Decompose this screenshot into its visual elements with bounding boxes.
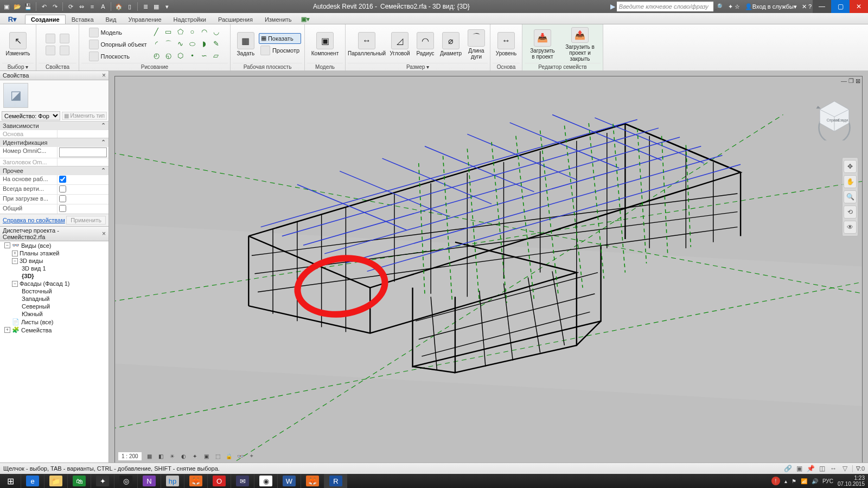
- point-icon[interactable]: •: [187, 51, 197, 61]
- close-views-icon[interactable]: ▦: [152, 2, 161, 11]
- close-icon[interactable]: ×: [102, 230, 106, 237]
- spline-icon[interactable]: ∿: [175, 39, 185, 49]
- temp-hide-icon[interactable]: 👓: [237, 452, 245, 460]
- expand-icon[interactable]: −: [12, 281, 18, 287]
- modify-button[interactable]: ↖Изменить: [2, 27, 34, 62]
- task-app2[interactable]: ◎: [114, 474, 137, 488]
- subscription-icon[interactable]: ✦: [728, 3, 733, 10]
- view-3d1[interactable]: 3D вид 1: [22, 265, 46, 272]
- open-icon[interactable]: 📂: [13, 2, 22, 11]
- task-firefox2[interactable]: 🦊: [301, 474, 324, 488]
- tab-create[interactable]: Создание: [25, 15, 66, 24]
- select-pinned-icon[interactable]: 📌: [807, 465, 815, 473]
- hostbased-checkbox[interactable]: [59, 176, 66, 183]
- ref-plane-button[interactable]: Плоскость: [87, 51, 149, 62]
- mdi-close-icon[interactable]: ⊠: [856, 78, 860, 85]
- measure-icon[interactable]: ⇔: [77, 2, 86, 11]
- scale-selector[interactable]: 1 : 200: [118, 452, 142, 461]
- edit-type-button[interactable]: ▦ Изменить тип: [62, 112, 107, 120]
- omniclass-input[interactable]: [59, 147, 107, 157]
- radial-dim-button[interactable]: ◠Радиус: [414, 27, 437, 62]
- views-all[interactable]: Виды (все): [21, 242, 52, 249]
- model-line-button[interactable]: Модель: [87, 27, 149, 38]
- search-icon[interactable]: 🔎: [715, 3, 723, 10]
- polygon-icon[interactable]: ⬡: [175, 51, 185, 61]
- volume-icon[interactable]: 🔊: [812, 478, 818, 484]
- pick-lines-icon[interactable]: ✎: [211, 39, 221, 49]
- arc-cse-icon[interactable]: ◜: [151, 39, 161, 49]
- task-opera[interactable]: O: [207, 474, 231, 488]
- facades[interactable]: Фасады (Фасад 1): [20, 280, 70, 287]
- zoom-icon[interactable]: 🔍: [844, 190, 857, 203]
- load-project-button[interactable]: 📥Загрузить в проект: [526, 27, 559, 62]
- pan-icon[interactable]: ✋: [844, 175, 857, 188]
- apply-button[interactable]: Применить: [66, 216, 106, 224]
- facade-west[interactable]: Западный: [22, 296, 49, 302]
- family-types-icon[interactable]: [44, 45, 57, 56]
- task-hp[interactable]: hp: [161, 474, 184, 488]
- tab-extensions[interactable]: Расширения: [212, 15, 259, 24]
- view-cube[interactable]: Справа Сзади: [812, 95, 857, 140]
- shadows-icon[interactable]: ◐: [180, 452, 188, 460]
- alwaysvert-checkbox[interactable]: [59, 185, 66, 192]
- set-plane-button[interactable]: ▦Задать: [234, 27, 258, 62]
- task-app1[interactable]: ✦: [91, 474, 114, 488]
- line-icon[interactable]: ╱: [151, 27, 161, 37]
- close-button[interactable]: ✕: [850, 0, 868, 13]
- model-scene[interactable]: [115, 76, 862, 463]
- aligned-dim-button[interactable]: ↔Параллельный: [348, 27, 386, 62]
- action-center-icon[interactable]: !: [771, 477, 780, 485]
- family-selector[interactable]: Семейство: Фор: [2, 111, 60, 120]
- text-icon[interactable]: A: [99, 2, 107, 11]
- angular-dim-button[interactable]: ◿Угловой: [387, 27, 413, 62]
- show-plane-button[interactable]: ▦Показать: [259, 33, 301, 44]
- props-help-link[interactable]: Справка по свойствам: [3, 217, 65, 223]
- lang-indicator[interactable]: РУС: [822, 478, 833, 484]
- group-dependencies[interactable]: Зависимости⌃: [0, 121, 108, 130]
- expand-icon[interactable]: −: [4, 242, 10, 248]
- task-chrome[interactable]: ◉: [254, 474, 277, 488]
- fillet-icon[interactable]: ⌒: [163, 39, 173, 49]
- arc-end-icon[interactable]: ◵: [163, 51, 173, 61]
- flag-icon[interactable]: ⚑: [792, 478, 796, 484]
- save-icon[interactable]: 💾: [24, 2, 33, 11]
- align-icon[interactable]: ≡: [88, 2, 97, 11]
- spline-pts-icon[interactable]: ∽: [199, 51, 209, 61]
- ribbon-context-icon[interactable]: ▣▾: [298, 15, 313, 24]
- select-face-icon[interactable]: ◫: [818, 465, 826, 473]
- drag-icon[interactable]: ↔: [829, 465, 838, 473]
- crop-show-icon[interactable]: ⬚: [214, 452, 222, 460]
- help-icon[interactable]: ?: [808, 3, 812, 10]
- task-firefox1[interactable]: 🦊: [184, 474, 207, 488]
- maximize-button[interactable]: ▢: [831, 0, 850, 13]
- task-word[interactable]: W: [277, 474, 301, 488]
- arc-center-icon[interactable]: ◴: [151, 51, 161, 61]
- clock[interactable]: 1:2307.10.2015: [838, 475, 865, 487]
- group-ident[interactable]: Идентификация⌃: [0, 138, 108, 146]
- shared-checkbox[interactable]: [59, 205, 66, 212]
- ref-line-button[interactable]: Опорный объект: [87, 39, 149, 50]
- sheets[interactable]: Листы (все): [21, 319, 54, 325]
- facade-east[interactable]: Восточный: [22, 288, 52, 294]
- tab-addins[interactable]: Надстройки: [168, 15, 212, 24]
- circle-icon[interactable]: ○: [187, 27, 197, 37]
- pick-face-icon[interactable]: ▱: [211, 51, 221, 61]
- sync-icon[interactable]: ⟳: [66, 2, 75, 11]
- arc-tan-icon[interactable]: ◡: [211, 27, 221, 37]
- exchange-icon[interactable]: ✕: [802, 3, 807, 10]
- browser-header[interactable]: Диспетчер проекта - Семейство2.rfa×: [0, 226, 108, 241]
- task-ie[interactable]: e: [21, 474, 44, 488]
- rect-icon[interactable]: ▭: [163, 27, 173, 37]
- search-input[interactable]: Введите ключевое слово/фразу: [617, 2, 713, 11]
- half-ellipse-icon[interactable]: ◗: [199, 39, 209, 49]
- section-icon[interactable]: ▯: [125, 2, 134, 11]
- group-other[interactable]: Прочее⌃: [0, 166, 108, 175]
- floor-plans[interactable]: Планы этажей: [20, 250, 60, 256]
- arc3p-icon[interactable]: ◠: [199, 27, 209, 37]
- project-browser[interactable]: − 👓 Виды (все) + Планы этажей − 3D виды …: [0, 241, 108, 463]
- properties-palette-header[interactable]: Свойства×: [0, 70, 108, 80]
- 3d-icon[interactable]: 🏠: [114, 2, 123, 11]
- expand-icon[interactable]: +: [4, 327, 10, 333]
- tab-modify[interactable]: Изменить: [259, 15, 298, 24]
- view-canvas[interactable]: —❐⊠: [109, 70, 868, 463]
